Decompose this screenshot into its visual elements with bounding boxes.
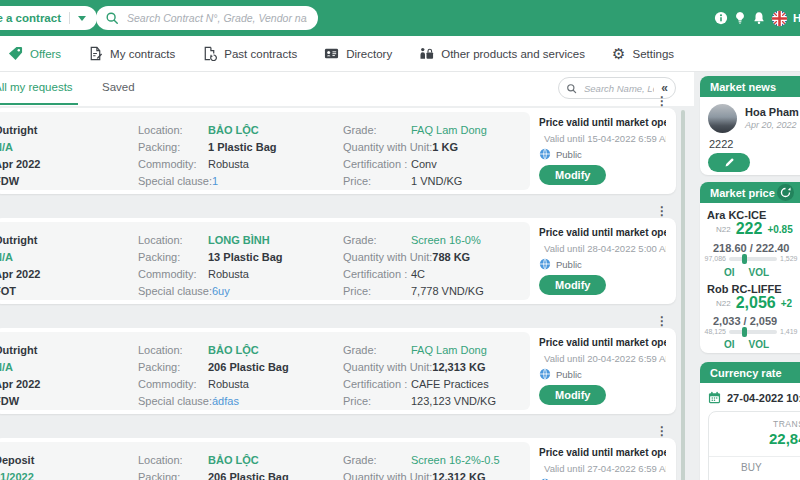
vol-toggle[interactable]: VOL — [749, 339, 770, 350]
offer-summary-panel: Outright N/A Apr 2022 FOT Location:LONG … — [0, 222, 530, 300]
offer-key-facts: Outright N/A Apr 2022 FDW — [0, 341, 126, 409]
field-label: Location: — [138, 124, 208, 136]
buy-label: BUY — [741, 462, 762, 473]
valid-until-text: Valid until 27-04-2022 6:59 AM — [544, 463, 666, 474]
offer-month: Apr 2022 — [0, 265, 126, 282]
kebab-menu-icon[interactable]: ⋮ — [656, 205, 668, 217]
offer-key-facts: Outright N/A Apr 2022 FDW — [0, 121, 126, 189]
field-label: Certification : — [343, 378, 411, 390]
language-flag-icon[interactable] — [771, 10, 788, 27]
field-label: Location: — [138, 234, 208, 246]
modify-button[interactable]: Modify — [539, 275, 606, 295]
refresh-icon[interactable] — [777, 184, 794, 201]
offer-key-facts: Outright N/A Apr 2022 FOT — [0, 231, 126, 299]
field-label: Packing: — [138, 251, 208, 263]
nav-item-past-contracts[interactable]: Past contracts — [202, 46, 297, 61]
offer-commodity: Robusta — [208, 268, 249, 280]
nav-item-offers[interactable]: Offers — [8, 46, 61, 61]
offer-location: BẢO LỘC — [208, 344, 259, 356]
collapse-chevrons-icon[interactable]: « — [661, 82, 668, 94]
slider-handle[interactable] — [742, 254, 747, 264]
field-label: Quantity with Unit: — [343, 471, 432, 480]
nav-label: My contracts — [110, 48, 175, 60]
modify-button[interactable]: Modify — [539, 385, 606, 405]
field-label: Price: — [343, 395, 411, 407]
offer-special-clause-link[interactable]: ádfas — [212, 395, 239, 407]
market-price-header: Market price — [700, 182, 800, 203]
offer-details-right: Grade:FAQ Lam Dong Quantity with Unit:1 … — [343, 121, 487, 189]
tab-all-my-requests[interactable]: All my requests — [0, 81, 73, 93]
info-icon[interactable] — [714, 11, 728, 25]
offers-filter-input[interactable] — [582, 82, 656, 95]
bell-icon[interactable] — [752, 11, 766, 25]
nav-label: Offers — [30, 48, 61, 60]
offer-special-clause-link[interactable]: 1 — [212, 175, 218, 187]
edit-news-button[interactable] — [708, 153, 750, 172]
oi-toggle[interactable]: OI — [724, 267, 735, 278]
price-range: 218.60 / 222.40 — [713, 242, 789, 254]
field-label: Price: — [343, 175, 411, 187]
offer-month: Apr 2022 — [0, 155, 126, 172]
slider-track[interactable] — [729, 330, 777, 334]
validity-title: Price valid until market opens — [539, 337, 666, 348]
list-scrollbar[interactable] — [681, 110, 685, 480]
nav-label: Past contracts — [224, 48, 297, 60]
price-change: +2 — [781, 298, 792, 309]
slider-track[interactable] — [729, 257, 777, 261]
validity-title: Price valid until market opens — [539, 227, 666, 238]
globe-icon — [539, 258, 551, 270]
offer-packing: 13 Plastic Bag — [208, 251, 283, 263]
offers-tabstrip: All my requests Saved « — [0, 72, 694, 106]
offer-incoterm: FDW — [0, 392, 126, 409]
field-label: Quantity with Unit: — [343, 251, 432, 263]
offer-card: ⋮ Outright N/A Apr 2022 FOT Location:LON… — [0, 218, 676, 304]
valid-until-text: Valid until 20-04-2022 6:59 AM — [544, 353, 666, 364]
nav-label: Directory — [346, 48, 392, 60]
nav-item-my-contracts[interactable]: My contracts — [88, 46, 175, 61]
nav-item-directory[interactable]: Directory — [324, 46, 392, 61]
nav-label: Settings — [632, 48, 674, 60]
offer-price: 123,123 VND/KG — [411, 395, 496, 407]
currency-rate-header: Currency rate — [700, 362, 800, 383]
tab-saved[interactable]: Saved — [102, 81, 135, 93]
global-search-input[interactable] — [125, 11, 309, 25]
nav-item-other-products[interactable]: Other products and services — [419, 46, 585, 61]
lightbulb-icon[interactable] — [733, 11, 747, 25]
slider-handle[interactable] — [742, 327, 747, 337]
app-window: Create a contract — [0, 0, 800, 480]
offer-special-clause-link[interactable]: 6uy — [212, 285, 230, 297]
kebab-menu-icon[interactable]: ⋮ — [656, 315, 668, 327]
vol-toggle[interactable]: VOL — [749, 267, 770, 278]
offer-month: Apr 2022 — [0, 375, 126, 392]
global-search[interactable] — [96, 6, 318, 30]
nav-item-settings[interactable]: ⚙ Settings — [612, 46, 674, 61]
stat-right: 1,419 — [780, 328, 798, 335]
offer-packing: 1 Plastic Bag — [208, 141, 276, 153]
fx-transfer-block: TRANSFER 22,84 — [709, 412, 800, 457]
content-area: All my requests Saved « ⋮ Outright N/A A… — [0, 72, 800, 480]
pencil-icon — [724, 157, 735, 168]
stat-left: 48,125 — [702, 328, 726, 335]
offer-grade: Screen 16-2%-0.5 — [411, 454, 500, 466]
user-menu[interactable]: Hoa Pham — [793, 12, 800, 24]
market-news-section: Market news Hoa Pham Apr 20, 2022 2222 — [700, 76, 800, 175]
chevron-down-icon[interactable] — [78, 16, 86, 21]
offer-grade-short: N/A — [0, 248, 126, 265]
last-price: 2,056 — [736, 294, 776, 312]
offer-type: Outright — [0, 341, 126, 358]
field-label: Grade: — [343, 454, 411, 466]
kebab-menu-icon[interactable]: ⋮ — [656, 425, 668, 437]
offer-quantity: 788 KG — [432, 251, 470, 263]
offer-summary-panel: Deposit 01/2022 Location:BẢO LỘC Packing… — [0, 442, 530, 480]
kebab-menu-icon[interactable]: ⋮ — [656, 95, 668, 107]
create-contract-label: Create a contract — [0, 12, 61, 24]
offer-location: LONG BÌNH — [208, 234, 270, 246]
offer-card: ⋮ Outright N/A Apr 2022 FDW Location:BẢO… — [0, 108, 676, 194]
market-news-card: Hoa Pham Apr 20, 2022 2222 — [700, 97, 800, 175]
offer-key-facts: Deposit 01/2022 — [0, 451, 126, 480]
create-contract-button[interactable]: Create a contract — [0, 6, 97, 30]
field-label: Location: — [138, 344, 208, 356]
offer-location: BẢO LỘC — [208, 124, 259, 136]
modify-button[interactable]: Modify — [539, 165, 606, 185]
oi-toggle[interactable]: OI — [724, 339, 735, 350]
